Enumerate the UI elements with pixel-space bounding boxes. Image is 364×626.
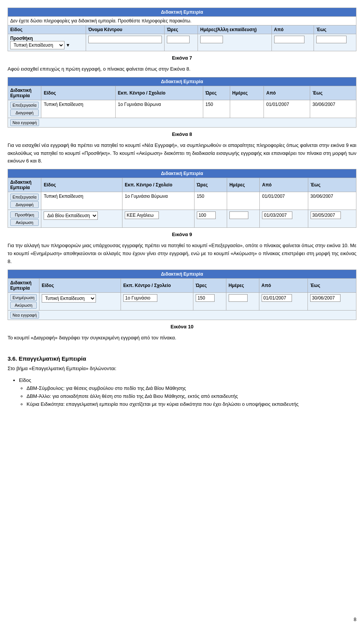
caption1: Εικόνα 7: [8, 55, 356, 61]
list-item-type: Είδος ΔΒΜ-Σύμβουλος: για θέσεις συμβούλο…: [19, 377, 356, 408]
delete-button[interactable]: Διαγραφή: [10, 109, 39, 116]
cancel-button[interactable]: Ακύρωση: [10, 302, 37, 309]
table-row: Επεξεργασία Διαγραφή Τυπική Εκπαίδευση 1…: [8, 100, 356, 118]
add-center-input[interactable]: [125, 211, 159, 219]
add-entry-row: Προσθήκη Ακύρωση Διά Βίου Εκπαίδευση Τυπ…: [8, 210, 356, 228]
list-item-label: Είδος: [19, 377, 31, 383]
section-list: Είδος ΔΒΜ-Σύμβουλος: για θέσεις συμβούλο…: [19, 377, 356, 408]
sub-list: ΔΒΜ-Σύμβουλος: για θέσεις συμβούλου στο …: [27, 385, 356, 408]
add-from-input[interactable]: [262, 211, 292, 219]
row-type: Τυπική Εκπαίδευση: [41, 100, 115, 118]
row-from: 01/01/2007: [264, 100, 310, 118]
table-row: Ενημέρωση Ακύρωση Τυπική Εκπαίδευση Διά …: [8, 292, 356, 310]
edit-days-input[interactable]: [229, 294, 248, 302]
row-center: 1ο Γυμνάσιο Βύρωνα: [115, 100, 203, 118]
row-type: Τυπική Εκπαίδευση: [41, 192, 122, 210]
caption2: Εικόνα 8: [8, 131, 356, 137]
edit-from-input[interactable]: [262, 294, 292, 302]
table1-header-hours: Ώρες: [165, 25, 198, 34]
table3-header-hours: Ώρες: [194, 178, 227, 192]
edit-type-select[interactable]: Τυπική Εκπαίδευση Διά Βίου Εκπαίδευση: [42, 294, 96, 303]
section-heading: 3.6. Επαγγελματική Εμπειρία: [8, 355, 356, 362]
new-entry-button2[interactable]: Νεα εγγραφή: [10, 312, 39, 319]
table4-header-center: Εκπ. Κέντρο / Σχολείο: [121, 278, 193, 292]
row-from: 01/01/2007: [260, 192, 308, 210]
row-hours: 150: [194, 192, 227, 210]
table1-title: Διδακτική Εμπειρία: [8, 8, 356, 17]
add-hours-input[interactable]: [197, 211, 216, 219]
paragraph-after-caption4: Το κουμπί «Διαγραφή» διαγράφει την συγκε…: [8, 334, 356, 342]
new-entry-row2: Νεα εγγραφή: [8, 310, 356, 320]
table1-type-select[interactable]: Τυπική Εκπαίδευση Διά Βίου Εκπαίδευση: [10, 41, 64, 49]
table1-hours-input[interactable]: [167, 36, 190, 43]
section-intro: Στο βήμα «Επαγγελματική Εμπειρία» δηλώνο…: [8, 365, 356, 373]
sub-list-item: ΔΒΜ-Σύμβουλος: για θέσεις συμβούλου στο …: [27, 385, 356, 393]
table3-header-center: Εκπ. Κέντρο / Σχολείο: [122, 178, 195, 192]
table1-days-input[interactable]: [200, 36, 223, 43]
table3: Διδακτική Εμπειρία Διδακτική Εμπειρία Εί…: [8, 169, 356, 228]
table-row: Επεξεργασία Διαγραφή Τυπική Εκπαίδευση 1…: [8, 192, 356, 210]
row-hours: 150: [203, 100, 230, 118]
row-days: [227, 192, 259, 210]
table1-to-input[interactable]: [316, 36, 347, 43]
table2-header-to: Έως: [310, 86, 356, 100]
add-type-select[interactable]: Διά Βίου Εκπαίδευση Τυπική Εκπαίδευση: [44, 211, 98, 220]
table1-from-input[interactable]: [274, 36, 304, 43]
table4-header-to: Έως: [308, 278, 356, 292]
table1-header-from: Από: [271, 25, 314, 34]
table3-header-days: Ημέρες: [227, 178, 259, 192]
table2: Διδακτική Εμπειρία Διδακτική Εμπειρία Εί…: [8, 77, 356, 128]
caption4: Εικόνα 10: [8, 324, 356, 330]
delete-button[interactable]: Διαγραφή: [10, 201, 39, 208]
row-actions: Επεξεργασία Διαγραφή: [10, 194, 39, 208]
table1-header-days: Ημέρες(Άλλη εκπαίδευση): [198, 25, 271, 34]
new-entry-button[interactable]: Νεα εγγραφή: [10, 119, 39, 126]
table1: Διδακτική Εμπειρία Δεν έχετε δώσει πληρο…: [8, 8, 356, 51]
table2-title: Διδακτική Εμπειρία: [8, 77, 356, 86]
table3-title: Διδακτική Εμπειρία: [8, 169, 356, 178]
section-number: 3.6.: [8, 355, 17, 362]
sub-list-item: ΔΒΜ-Άλλο: για οποιαδήποτε άλλη θέση στο …: [27, 393, 356, 401]
section-title: Επαγγελματική Εμπειρία: [19, 355, 86, 362]
table3-header-action: Διδακτική Εμπειρία: [8, 178, 41, 192]
table4-title: Διδακτική Εμπειρία: [8, 270, 356, 278]
table2-header-hours: Ώρες: [203, 86, 230, 100]
edit-button[interactable]: Επεξεργασία: [10, 194, 39, 200]
edit-center-input[interactable]: [123, 294, 157, 302]
edit-to-input[interactable]: [310, 294, 340, 302]
update-cancel-actions: Ενημέρωση Ακύρωση: [10, 294, 37, 309]
row-to: 30/06/2007: [308, 192, 356, 210]
table2-header-days: Ημέρες: [230, 86, 264, 100]
table1-info: Δεν έχετε δώσει πληροφορίες για διδακτικ…: [10, 18, 191, 24]
add-button[interactable]: Προσθήκη: [10, 211, 39, 218]
table4-header-from: Από: [259, 278, 308, 292]
table3-header-to: Έως: [308, 178, 356, 192]
add-days-input[interactable]: [229, 211, 248, 219]
update-button[interactable]: Ενημέρωση: [10, 294, 37, 301]
add-cancel-actions: Προσθήκη Ακύρωση: [10, 211, 39, 226]
table4: Διδακτική Εμπειρία Διδακτική Εμπειρία Εί…: [8, 270, 356, 320]
table4-header-days: Ημέρες: [226, 278, 259, 292]
table2-header-action: Διδακτική Εμπειρία: [8, 86, 41, 100]
row-actions: Επεξεργασία Διαγραφή: [10, 102, 39, 116]
table1-header-to: Έως: [314, 25, 356, 34]
table1-center-input[interactable]: [88, 36, 162, 43]
edit-hours-input[interactable]: [196, 294, 215, 302]
paragraph-after-caption2: Για να εισαχθεί νέα εγγραφή θα πρέπει να…: [8, 142, 356, 165]
table2-header-type: Είδος: [41, 86, 115, 100]
row-to: 30/06/2007: [310, 100, 356, 118]
table1-header-type: Είδος: [8, 25, 86, 34]
paragraph-after-caption1: Αφού εισαχθεί επιτυχώς η πρώτη εγγραφή, …: [8, 65, 356, 73]
table2-header-from: Από: [264, 86, 310, 100]
edit-button[interactable]: Επεξεργασία: [10, 102, 39, 109]
row-center: 1ο Γυμνάσιο Βύρωνα: [122, 192, 195, 210]
caption3: Εικόνα 9: [8, 232, 356, 237]
table4-header-hours: Ώρες: [193, 278, 226, 292]
table4-header-action: Διδακτική Εμπειρία: [8, 278, 39, 292]
sub-list-item: Κύρια Ειδικότητα: επαγγελματική εμπειρία…: [27, 401, 356, 408]
add-to-input[interactable]: [311, 211, 341, 219]
cancel-button[interactable]: Ακύρωση: [10, 219, 39, 226]
table3-header-type: Είδος: [41, 178, 122, 192]
row-days: [230, 100, 264, 118]
table1-header-center: Όνομα Κέντρου: [86, 25, 165, 34]
